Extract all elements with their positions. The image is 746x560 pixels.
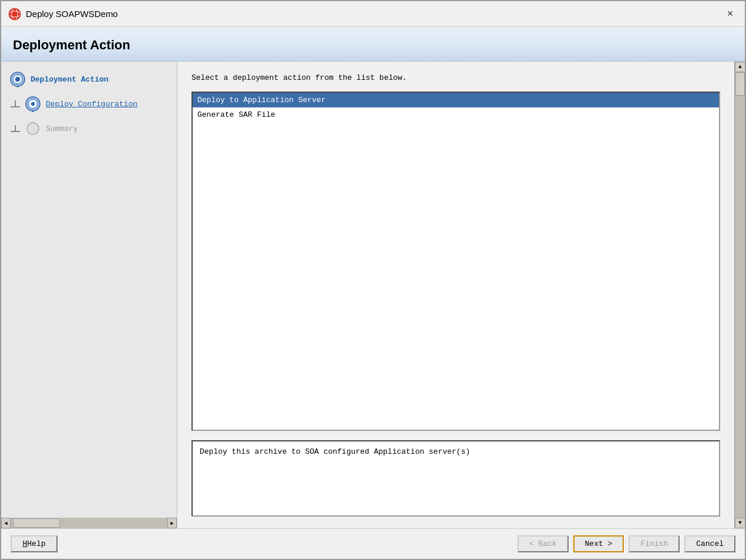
instruction-text: Select a deployment action from the list… bbox=[191, 73, 720, 82]
action-list[interactable]: Deploy to Application Server Generate SA… bbox=[191, 92, 720, 431]
nav-connector-2: Deploy Configuration bbox=[6, 93, 172, 114]
help-button[interactable]: HHelp bbox=[11, 535, 58, 552]
dialog-title: Deployment Action bbox=[13, 38, 130, 52]
sidebar-scrollbar[interactable]: ◀ ▶ bbox=[1, 518, 177, 528]
close-button[interactable]: × bbox=[723, 6, 738, 22]
next-button[interactable]: Next > bbox=[573, 535, 624, 552]
nav-icon-summary bbox=[25, 120, 41, 137]
scroll-thumb[interactable] bbox=[13, 518, 60, 528]
svg-point-10 bbox=[31, 102, 35, 106]
title-bar-left: Deploy SOAPWSDemo bbox=[8, 8, 118, 21]
nav-item-summary: Summary bbox=[22, 118, 82, 139]
svg-point-12 bbox=[27, 123, 39, 134]
description-box: Deploy this archive to SOA configured Ap… bbox=[191, 440, 720, 517]
nav-connector-3: Summary bbox=[6, 118, 172, 139]
cancel-button[interactable]: Cancel bbox=[684, 535, 735, 552]
scroll-vthumb[interactable] bbox=[735, 72, 745, 96]
scroll-left-button[interactable]: ◀ bbox=[1, 518, 11, 528]
svg-point-6 bbox=[15, 77, 20, 82]
main-dialog: Deploy SOAPWSDemo × Deployment Action De… bbox=[0, 0, 746, 560]
right-scrollbar[interactable]: ▲ ▼ bbox=[734, 62, 745, 528]
nav-item-deployment-action[interactable]: Deployment Action bbox=[6, 69, 172, 90]
nav-label-deploy-configuration: Deploy Configuration bbox=[46, 100, 137, 109]
scroll-up-button[interactable]: ▲ bbox=[735, 62, 745, 72]
back-button[interactable]: < Back bbox=[518, 535, 569, 552]
dialog-body: Deployment Action Deploy Configuration bbox=[1, 62, 745, 528]
list-item-generate-sar-file[interactable]: Generate SAR File bbox=[193, 107, 719, 122]
scroll-right-button[interactable]: ▶ bbox=[167, 518, 177, 528]
nav-icon-deploy-configuration bbox=[25, 96, 41, 112]
window-title: Deploy SOAPWSDemo bbox=[26, 9, 118, 19]
dialog-header: Deployment Action bbox=[1, 27, 745, 62]
scroll-track bbox=[11, 518, 167, 528]
content-panel: Select a deployment action from the list… bbox=[177, 62, 734, 528]
title-bar: Deploy SOAPWSDemo × bbox=[1, 1, 745, 27]
nav-label-deployment-action: Deployment Action bbox=[31, 75, 109, 84]
nav-sidebar: Deployment Action Deploy Configuration bbox=[1, 62, 177, 528]
app-icon bbox=[8, 8, 21, 21]
scroll-down-button[interactable]: ▼ bbox=[735, 518, 745, 528]
nav-label-summary: Summary bbox=[46, 124, 78, 133]
nav-item-deploy-configuration[interactable]: Deploy Configuration bbox=[22, 93, 141, 114]
list-item-deploy-to-app-server[interactable]: Deploy to Application Server bbox=[193, 93, 719, 107]
finish-button[interactable]: Finish bbox=[629, 535, 680, 552]
nav-icon-deployment-action bbox=[9, 71, 26, 87]
scroll-vtrack bbox=[735, 72, 745, 518]
button-bar: HHelp < Back Next > Finish Cancel bbox=[1, 528, 745, 559]
